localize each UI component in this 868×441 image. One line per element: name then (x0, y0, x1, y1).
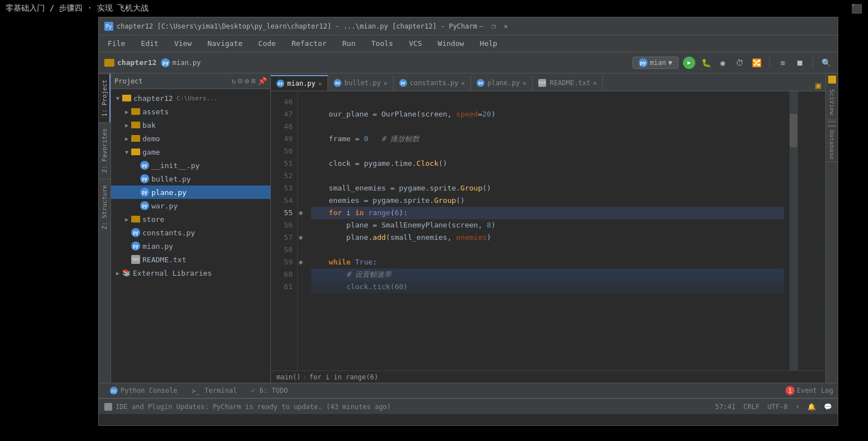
toolbar-file: py mian.py (161, 58, 201, 67)
right-sep-2 (828, 125, 836, 127)
menu-file[interactable]: File (104, 38, 128, 49)
tab-plane[interactable]: py plane.py ✕ (471, 75, 532, 91)
tab-mian-close[interactable]: ✕ (318, 80, 322, 87)
run-button[interactable]: ▶ (683, 57, 695, 69)
init-file-name: __init__.py (151, 161, 200, 170)
sciview-color-indicator (828, 76, 836, 83)
ln-49: 49 (271, 133, 293, 145)
tree-item-mian[interactable]: py mian.py (111, 239, 270, 253)
tab-readme-close[interactable]: ✕ (593, 80, 597, 87)
tab-plane-close[interactable]: ✕ (523, 80, 527, 87)
scrollbar-thumb[interactable] (789, 114, 797, 147)
toolbar-sep-2 (812, 57, 813, 68)
constants-file-name: constants.py (142, 229, 195, 237)
sciview-icon-tab[interactable]: ▣ (815, 80, 821, 91)
menu-help[interactable]: Help (477, 38, 501, 49)
debug-button[interactable]: 🐛 (700, 57, 712, 69)
status-icon-3: 💬 (824, 403, 832, 411)
breadcrumb-bar: main() › for i in range(6) (271, 370, 825, 383)
menu-code[interactable]: Code (255, 38, 279, 49)
tree-icon-layout[interactable]: ⊞ (251, 77, 256, 85)
tab-bullet[interactable]: py bullet.py ✕ (328, 75, 394, 91)
menu-view[interactable]: View (171, 38, 195, 49)
database-panel[interactable]: Database (826, 128, 838, 162)
concurrency-button[interactable]: 🔀 (750, 57, 763, 69)
tree-icon-collapse[interactable]: ⊟ (238, 77, 243, 85)
favorites-tab[interactable]: 2: Favorites (99, 122, 110, 178)
external-libs-icon: 📚 (122, 269, 131, 277)
python-console-tab[interactable]: py Python Console (103, 383, 184, 398)
line-separator[interactable]: CRLF (744, 403, 760, 411)
cursor-position[interactable]: 57:41 (715, 403, 736, 411)
ln-57: 57 (271, 231, 293, 244)
tab-constants[interactable]: py constants.py ✕ (394, 75, 471, 91)
tab-constants-icon: py (399, 79, 407, 87)
menu-navigate[interactable]: Navigate (204, 38, 246, 49)
tree-item-game[interactable]: ▼ game (111, 145, 270, 159)
tree-item-root[interactable]: ▼ chapter12 C:\Users... (111, 91, 270, 105)
bottom-tabs: py Python Console >_ Terminal ✓ 6: TODO … (99, 383, 838, 398)
toolbar-right: py mian ▼ ▶ 🐛 ◉ ⏱ 🔀 ≡ ⏹ 🔍 (632, 57, 832, 69)
editor-scrollbar[interactable] (789, 91, 797, 370)
project-tree: Project ↻ ⊟ ⚙ ⊞ 📌 ▼ chapter12 C:\Users..… (111, 73, 271, 383)
tree-item-demo[interactable]: ▶ demo (111, 132, 270, 145)
menu-run[interactable]: Run (339, 38, 359, 49)
minimize-button[interactable]: — (477, 22, 485, 30)
constants-file-icon: py (131, 228, 140, 237)
gutter-46 (299, 96, 304, 108)
external-libs-name: External Libraries (133, 269, 212, 277)
breadcrumb-main[interactable]: main() (276, 373, 301, 381)
menu-tools[interactable]: Tools (368, 38, 396, 49)
code-line-51: clock = pygame.time.Clock() (311, 157, 784, 170)
restore-button[interactable]: ❐ (490, 22, 497, 30)
tree-item-init[interactable]: ▶ py __init__.py (111, 159, 270, 172)
coverage-button[interactable]: ◉ (717, 57, 729, 69)
tree-icon-refresh[interactable]: ↻ (232, 77, 236, 85)
tree-item-readme[interactable]: txt README.txt (111, 253, 270, 266)
code-line-58 (311, 244, 784, 256)
tab-bullet-close[interactable]: ✕ (384, 80, 387, 87)
tree-item-war[interactable]: ▶ py war.py (111, 199, 270, 212)
tree-item-external[interactable]: ▶ 📚 External Libraries (111, 266, 270, 280)
build-button[interactable]: ≡ (777, 57, 789, 69)
project-tab[interactable]: 1: Project (99, 73, 110, 122)
tree-item-bullet[interactable]: ▶ py bullet.py (111, 172, 270, 185)
sciview-panel[interactable]: SciView (826, 86, 838, 119)
tree-icon-pin[interactable]: 📌 (258, 77, 267, 85)
structure-tab[interactable]: Z: Structure (99, 179, 110, 235)
tree-item-store[interactable]: ▶ store (111, 212, 270, 226)
tree-icon-settings[interactable]: ⚙ (244, 77, 249, 85)
todo-tab[interactable]: ✓ 6: TODO (244, 383, 296, 398)
run-configuration[interactable]: py mian ▼ (632, 57, 678, 69)
menu-refactor[interactable]: Refactor (288, 38, 330, 49)
code-editor[interactable]: 46 47 48 49 50 51 52 53 54 55 56 57 58 5… (271, 91, 825, 370)
encoding[interactable]: UTF-8 (768, 403, 788, 411)
status-bar: IDE and Plugin Updates: PyCharm is ready… (99, 398, 838, 414)
tree-item-constants[interactable]: py constants.py (111, 226, 270, 239)
tree-item-assets[interactable]: ▶ assets (111, 105, 270, 118)
toolbar-folder: chapter12 (104, 58, 156, 67)
ln-51: 51 (271, 157, 293, 170)
menu-edit[interactable]: Edit (137, 38, 161, 49)
close-button[interactable]: ✕ (502, 22, 510, 30)
tree-item-bak[interactable]: ▶ bak (111, 118, 270, 132)
profile-button[interactable]: ⏱ (733, 57, 746, 69)
event-log-button[interactable]: 1 Event Log (786, 386, 833, 395)
breadcrumb-sep-1: › (303, 373, 307, 381)
tree-item-plane[interactable]: ▶ py plane.py (111, 185, 270, 199)
code-content[interactable]: our_plane = OurPlane(screen, speed=20) f… (306, 91, 789, 370)
stop-button[interactable]: ⏹ (793, 57, 806, 69)
tab-readme[interactable]: txt README.txt ✕ (533, 75, 603, 91)
menu-window[interactable]: Window (435, 38, 468, 49)
tab-constants-close[interactable]: ✕ (461, 80, 465, 87)
search-button[interactable]: 🔍 (820, 57, 832, 69)
demo-name: demo (142, 134, 160, 143)
breadcrumb-for[interactable]: for i in range(6) (310, 373, 378, 381)
tree-arrow-assets: ▶ (122, 109, 131, 115)
right-sep-1 (828, 120, 836, 123)
terminal-tab[interactable]: >_ Terminal (184, 383, 244, 398)
gutter-51 (299, 157, 304, 170)
tab-mian[interactable]: py mian.py ✕ (271, 75, 328, 91)
ln-47: 47 (271, 108, 293, 120)
menu-vcs[interactable]: VCS (405, 38, 425, 49)
